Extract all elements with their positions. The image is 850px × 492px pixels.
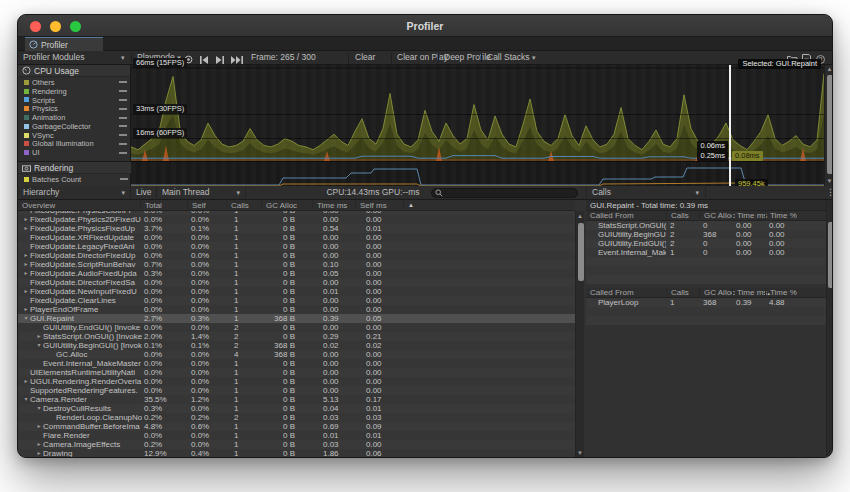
table-row[interactable]: ▾DestroyCullResults0.3%0.0%10 B0.040.01 — [18, 404, 575, 413]
chart-area[interactable]: 66ms (15FPS) 33ms (30FPS) 16ms (60FPS) S… — [131, 65, 824, 186]
legend-item[interactable]: Others — [18, 78, 130, 87]
column-total[interactable]: Total — [140, 200, 162, 211]
table-row[interactable]: ▾GUI.Repaint2.7%0.3%1368 B0.390.05 — [18, 314, 575, 323]
charts-scrollbar[interactable]: ▲ ▼ — [824, 65, 833, 186]
table-row[interactable]: ▸FixedUpdate.ScriptRunBehav0.7%0.0%10 B0… — [18, 260, 575, 269]
table-row[interactable]: GUIUtility.EndGUI() [Invoke0.0%0.0%20 B0… — [18, 323, 575, 332]
call-stacks-dropdown[interactable]: Call Stacks ▾ — [487, 51, 535, 65]
table-row[interactable]: GUIUtility.EndGUI() [Invok200.000.00 — [586, 239, 826, 248]
tab-profiler[interactable]: Profiler — [25, 37, 103, 51]
column-called-from[interactable]: Called From — [586, 288, 634, 298]
foldout-closed-icon[interactable]: ▸ — [35, 449, 43, 458]
foldout-open-icon[interactable]: ▾ — [22, 314, 30, 323]
table-row[interactable]: GC.Alloc0.0%0.0%4368 B0.000.00 — [18, 350, 575, 359]
scroll-up-icon[interactable]: ▲ — [825, 65, 833, 74]
clear-on-play-toggle[interactable]: Clear on Play — [397, 51, 448, 65]
column-time-ms[interactable]: Time ms — [312, 200, 347, 211]
thread-dropdown[interactable]: Main Thread ▾ — [156, 186, 246, 200]
search-input[interactable] — [443, 189, 563, 198]
hierarchy-scrollbar[interactable]: ▲ ▼ — [575, 211, 584, 458]
table-row[interactable]: FixedUpdate.ClearLines0.0%0.0%10 B0.000.… — [18, 296, 575, 305]
table-row[interactable]: ▸Drawing12.9%0.4%10 B1.860.06 — [18, 449, 575, 458]
search-field[interactable] — [431, 188, 578, 198]
column-time-ms[interactable]: Time ms — [732, 211, 767, 221]
view-mode-dropdown[interactable]: Hierarchy ▾ — [18, 186, 131, 200]
legend-item[interactable]: Batches Count — [18, 175, 131, 184]
legend-item[interactable]: Rendering — [18, 87, 130, 96]
column-gc-alloc[interactable]: GC Alloc — [699, 211, 735, 221]
legend-item[interactable]: VSync — [18, 131, 130, 140]
scrollbar-thumb[interactable] — [578, 223, 584, 281]
table-row[interactable]: RenderLoop.CleanupNoc0.2%0.2%20 B0.030.0… — [18, 413, 575, 422]
column-calls[interactable]: Calls — [666, 288, 689, 298]
legend-item[interactable]: Physics — [18, 104, 130, 113]
rendering-chart[interactable]: 959.45k — [131, 161, 824, 186]
table-row[interactable]: PlayerLoop13680.394.88 — [586, 298, 826, 307]
foldout-closed-icon[interactable]: ▸ — [35, 422, 43, 431]
foldout-closed-icon[interactable]: ▸ — [22, 215, 30, 224]
table-row[interactable]: ▸PlayerEndOfFrame0.0%0.0%10 B0.000.00 — [18, 305, 575, 314]
table-row[interactable]: Event.Internal_MakeMast100.000.00 — [586, 248, 826, 257]
legend-item[interactable]: GarbageCollector — [18, 122, 130, 131]
foldout-closed-icon[interactable]: ▸ — [22, 305, 30, 314]
deep-profile-toggle[interactable]: Deep Profile — [444, 51, 491, 65]
cpu-usage-module-header[interactable]: CPU Usage — [18, 65, 130, 77]
cpu-usage-chart[interactable]: 66ms (15FPS) 33ms (30FPS) 16ms (60FPS) S… — [131, 65, 824, 161]
pane-menu-button[interactable]: ⋮ — [826, 186, 833, 200]
table-row[interactable]: ▾GUIUtility.BeginGUI() [Invok0.1%0.1%236… — [18, 341, 575, 350]
rendering-module-header[interactable]: Rendering — [18, 162, 131, 174]
foldout-closed-icon[interactable]: ▸ — [22, 377, 30, 386]
table-row[interactable]: ▸Camera.ImageEffects0.2%0.0%10 B0.030.00 — [18, 440, 575, 449]
marker-column-icon[interactable]: ▲ — [403, 200, 433, 211]
table-row[interactable]: SupportedRenderingFeatures.0.0%0.0%10 B0… — [18, 386, 575, 395]
details-pane-dropdown[interactable]: Calls ▾ — [586, 186, 706, 200]
table-row[interactable]: FixedUpdate.XRFixedUpdate0.0%0.0%10 B0.0… — [18, 233, 575, 242]
context-menu-button[interactable]: ⋮ — [830, 51, 833, 65]
scroll-down-icon[interactable]: ▼ — [825, 177, 833, 186]
table-row[interactable]: Event.Internal_MakeMaster0.0%0.0%10 B0.0… — [18, 359, 575, 368]
titlebar[interactable]: Profiler — [18, 15, 832, 37]
column-self[interactable]: Self — [187, 200, 206, 211]
foldout-closed-icon[interactable]: ▸ — [22, 269, 30, 278]
playhead-line[interactable] — [729, 65, 731, 186]
legend-item[interactable]: UI — [18, 148, 130, 157]
table-row[interactable]: ▾Camera.Render35.5%1.2%10 B5.130.17 — [18, 395, 575, 404]
scrollbar-thumb[interactable] — [827, 75, 833, 174]
table-row[interactable]: Flare.Render0.0%0.0%10 B0.010.01 — [18, 431, 575, 440]
foldout-closed-icon[interactable]: ▸ — [35, 440, 43, 449]
table-row[interactable]: ▸FixedUpdate.PhysicsFixedUp3.7%0.1%10 B0… — [18, 224, 575, 233]
foldout-open-icon[interactable]: ▾ — [22, 395, 30, 404]
table-row[interactable]: GUIUtility.BeginGUI() [Invo23680.000.00 — [586, 230, 826, 239]
table-row[interactable]: StatsScript.OnGUI() [Invok200.000.00 — [586, 221, 826, 230]
table-row[interactable]: UIElementsRuntimeUtilityNati0.0%0.0%10 B… — [18, 368, 575, 377]
column-calls[interactable]: Calls — [226, 200, 249, 211]
column-overview[interactable]: Overview — [18, 200, 55, 211]
clear-button[interactable]: Clear — [355, 51, 375, 65]
foldout-open-icon[interactable]: ▾ — [35, 404, 43, 413]
details-scrollbar[interactable] — [826, 200, 833, 458]
column-gc-alloc[interactable]: GC Alloc — [261, 200, 297, 211]
table-row[interactable]: ▸CommandBuffer.BeforeIma4.8%0.6%10 B0.69… — [18, 422, 575, 431]
foldout-closed-icon[interactable]: ▸ — [22, 260, 30, 269]
legend-item[interactable]: Global Illumination — [18, 140, 130, 149]
column-gc-alloc[interactable]: GC Alloc — [699, 288, 735, 298]
table-row[interactable]: FixedUpdate.DirectorFixedSa0.0%0.0%10 B0… — [18, 278, 575, 287]
foldout-closed-icon[interactable]: ▸ — [22, 224, 30, 233]
table-row[interactable]: ▸FixedUpdate.NewInputFixedU0.0%0.0%10 B0… — [18, 287, 575, 296]
column-time-pct[interactable]: Time % — [765, 211, 797, 221]
called-from-header[interactable]: Called From Calls GC Alloc Time ms▴ Time… — [586, 288, 826, 298]
live-toggle[interactable]: Live — [136, 186, 152, 200]
calls-to-header[interactable]: Called From Calls GC Alloc Time ms Time … — [586, 211, 826, 221]
foldout-closed-icon[interactable]: ▸ — [22, 251, 30, 260]
table-row[interactable]: ▸StatsScript.OnGUI() [Invoke2.0%1.4%20 B… — [18, 332, 575, 341]
foldout-closed-icon[interactable]: ▸ — [35, 332, 43, 341]
table-row[interactable]: ▸FixedUpdate.Physics2DFixedU0.0%0.0%10 B… — [18, 215, 575, 224]
table-row[interactable]: ▸FixedUpdate.DirectorFixedUp0.0%0.0%10 B… — [18, 251, 575, 260]
foldout-closed-icon[interactable]: ▸ — [22, 287, 30, 296]
column-called-from[interactable]: Called From — [586, 211, 634, 221]
column-calls[interactable]: Calls — [666, 211, 689, 221]
legend-item[interactable]: Animation — [18, 113, 130, 122]
table-row[interactable]: ▸UGUI.Rendering.RenderOverla0.0%0.0%10 B… — [18, 377, 575, 386]
legend-item[interactable]: Scripts — [18, 96, 130, 105]
column-time-pct[interactable]: Time % — [765, 288, 797, 298]
